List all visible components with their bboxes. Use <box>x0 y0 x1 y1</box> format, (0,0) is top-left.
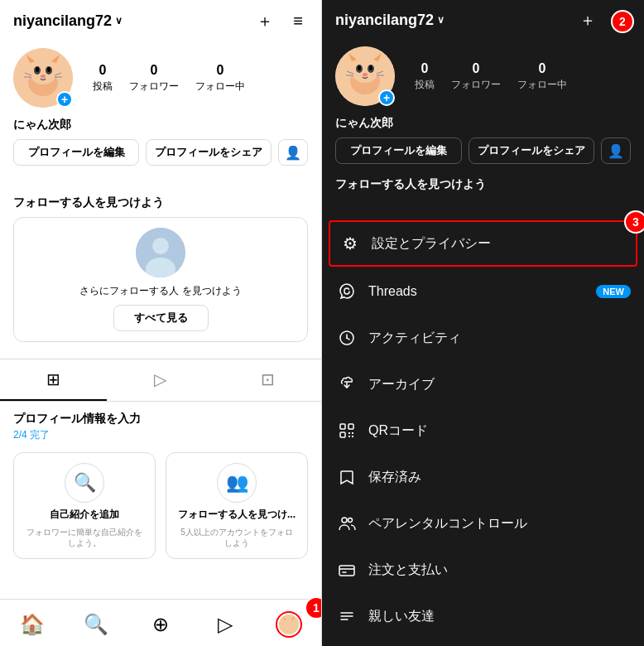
left-tagged-icon: ⊡ <box>261 369 275 389</box>
right-avatar-plus-btn[interactable]: + <box>378 89 395 106</box>
left-tab-reels[interactable]: ▷ <box>107 359 214 401</box>
activity-icon <box>335 326 358 350</box>
left-fill-items: 🔍 自己紹介を追加 フォロワーに簡単な自己紹介を しよう。 👥 フォローする人を… <box>13 452 308 559</box>
menu-item-friends[interactable]: 親しい友達 <box>322 593 644 639</box>
svg-point-30 <box>363 73 368 76</box>
right-stat-followers-label: フォロワー <box>451 78 501 92</box>
menu-item-threads[interactable]: Threads NEW <box>322 268 644 315</box>
menu-item-orders[interactable]: 注文と支払い <box>322 547 644 593</box>
left-stat-following-label: フォロー中 <box>195 80 245 94</box>
menu-item-archive[interactable]: アーカイブ <box>322 361 644 407</box>
menu-item-settings[interactable]: ⚙ 設定とプライバシー 3 <box>329 220 637 267</box>
left-tabs: ⊞ ▷ ⊡ <box>0 359 321 402</box>
right-stat-following: 0 フォロー中 <box>517 61 567 92</box>
right-stats: 0 投稿 0 フォロワー 0 フォロー中 <box>415 61 567 92</box>
right-share-profile-btn[interactable]: プロフィールをシェア <box>469 137 595 164</box>
left-username-header[interactable]: niyancilang72 ∨ <box>13 12 123 30</box>
menu-item-parental[interactable]: ペアレンタルコントロール <box>322 500 644 547</box>
svg-rect-40 <box>340 432 345 437</box>
right-menu-list: ⚙ 設定とプライバシー 3 Threads NEW <box>322 219 644 646</box>
svg-point-9 <box>41 75 46 78</box>
svg-point-15 <box>152 238 169 254</box>
left-find-card: さらにフォローする人 を見つけよう すべて見る <box>13 217 308 342</box>
left-stat-followers-num: 0 <box>151 63 158 78</box>
threads-icon <box>335 280 358 303</box>
left-nav-reels[interactable]: ▷ <box>193 606 257 643</box>
threads-new-badge: NEW <box>596 285 631 298</box>
left-panel: niyancilang72 ∨ ＋ ≡ <box>0 0 322 646</box>
right-chevron-icon: ∨ <box>437 14 445 26</box>
parental-icon <box>335 512 358 535</box>
left-nav-profile[interactable]: 1 <box>257 606 321 643</box>
menu-activity-label: アクティビティ <box>368 330 631 347</box>
left-share-profile-btn[interactable]: プロフィールをシェア <box>146 139 272 166</box>
left-chevron-icon: ∨ <box>115 15 123 27</box>
left-stats: 0 投稿 0 フォロワー 0 フォロー中 <box>93 63 245 94</box>
left-avatar-plus-btn[interactable]: + <box>56 91 73 108</box>
left-username-text: niyancilang72 <box>13 12 112 30</box>
left-stat-following-num: 0 <box>217 63 224 78</box>
left-nav-add[interactable]: ⊕ <box>128 606 193 643</box>
right-avatar-wrap: + <box>335 46 395 106</box>
step3-circle: 3 <box>624 210 644 234</box>
left-fill-follow-desc: 5人以上のアカウントをフォロ しよう <box>176 527 297 548</box>
left-menu-icon[interactable]: ≡ <box>288 11 308 31</box>
left-fill-title: プロフィール情報を入力 <box>13 412 308 427</box>
left-nav-home[interactable]: 🏠 <box>0 606 65 643</box>
left-add-icon[interactable]: ＋ <box>255 11 275 31</box>
right-stat-posts-label: 投稿 <box>415 78 435 92</box>
right-panel: niyancilang72 ∨ ＋ ≡ <box>322 0 644 646</box>
menu-item-qr[interactable]: QRコード <box>322 407 644 454</box>
right-stat-following-label: フォロー中 <box>517 78 567 92</box>
right-edit-profile-btn[interactable]: プロフィールを編集 <box>335 137 462 164</box>
right-find-title: フォローする人を見つけよう <box>335 177 631 192</box>
qr-icon <box>335 419 358 442</box>
right-profile-info: + 0 投稿 0 フォロワー 0 フォロー中 <box>335 46 631 106</box>
menu-item-saved[interactable]: 保存済み <box>322 454 644 500</box>
menu-item-favorites[interactable]: お気に入り <box>322 639 644 646</box>
left-nav-search[interactable]: 🔍 <box>65 606 129 643</box>
left-display-name: にゃん次郎 <box>13 118 308 133</box>
left-reels-icon: ▷ <box>154 369 166 389</box>
left-find-card-text: さらにフォローする人 を見つけよう <box>79 284 241 298</box>
menu-parental-label: ペアレンタルコントロール <box>368 515 631 533</box>
svg-point-46 <box>348 518 353 523</box>
svg-point-45 <box>342 518 347 523</box>
left-fill-item-bio[interactable]: 🔍 自己紹介を追加 フォロワーに簡単な自己紹介を しよう。 <box>13 452 156 559</box>
right-add-person-btn[interactable]: 👤 <box>601 137 631 164</box>
svg-rect-41 <box>348 432 350 434</box>
left-stat-posts-num: 0 <box>99 63 107 78</box>
right-stat-following-num: 0 <box>539 61 546 76</box>
left-fill-bio-icon: 🔍 <box>65 463 104 503</box>
step2-area: 2 <box>611 10 634 33</box>
orders-icon <box>335 558 358 581</box>
saved-icon <box>335 465 358 489</box>
left-fill-follow-icon: 👥 <box>217 463 257 503</box>
svg-rect-47 <box>339 566 354 576</box>
left-add-person-btn[interactable]: 👤 <box>278 139 308 166</box>
left-fill-item-follow[interactable]: 👥 フォローする人を見つけ... 5人以上のアカウントをフォロ しよう <box>166 452 308 559</box>
left-profile-info: + 0 投稿 0 フォロワー 0 フォロー中 <box>13 48 308 108</box>
left-stat-followers: 0 フォロワー <box>129 63 179 94</box>
svg-rect-39 <box>348 424 353 429</box>
left-edit-profile-btn[interactable]: プロフィールを編集 <box>13 139 139 166</box>
svg-rect-42 <box>352 432 353 434</box>
svg-point-8 <box>47 67 50 72</box>
svg-rect-43 <box>348 436 350 437</box>
left-tab-grid[interactable]: ⊞ <box>0 359 107 401</box>
right-stat-posts-num: 0 <box>421 61 429 76</box>
left-nav-avatar-border <box>276 611 302 638</box>
left-find-all-btn[interactable]: すべて見る <box>113 305 209 331</box>
left-grid-icon: ⊞ <box>46 369 60 389</box>
left-fill-follow-label: フォローする人を見つけ... <box>178 508 296 522</box>
right-profile-buttons: プロフィールを編集 プロフィールをシェア 👤 <box>335 137 631 164</box>
menu-item-activity[interactable]: アクティビティ <box>322 315 644 361</box>
svg-point-23 <box>352 60 378 83</box>
right-add-icon[interactable]: ＋ <box>578 10 598 30</box>
left-tab-tagged[interactable]: ⊡ <box>214 359 321 401</box>
left-fill-progress: 2/4 完了 <box>13 428 308 442</box>
left-find-avatar <box>136 228 185 277</box>
right-header: niyancilang72 ∨ ＋ ≡ <box>322 0 644 40</box>
step2-circle: 2 <box>611 10 634 33</box>
right-username-header[interactable]: niyancilang72 ∨ <box>335 12 445 29</box>
